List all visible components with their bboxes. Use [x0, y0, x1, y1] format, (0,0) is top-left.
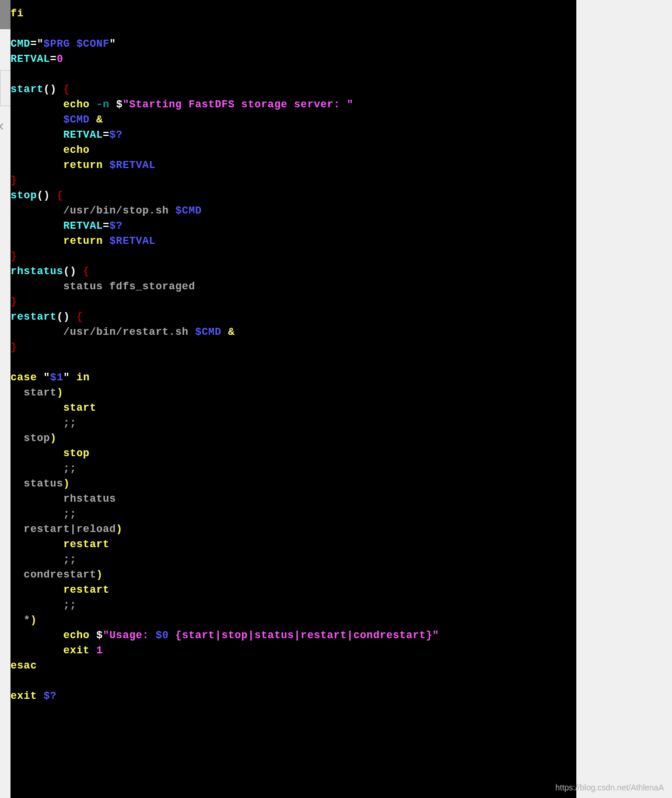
sidebar-panel: [0, 70, 12, 106]
code-line: rhstatus: [10, 491, 576, 506]
code-line: }: [10, 249, 576, 264]
code-line: echo: [10, 142, 576, 158]
code-line: [10, 66, 576, 82]
sidebar-handle[interactable]: [0, 0, 10, 29]
code-line: *): [10, 612, 576, 628]
code-line: status fdfs_storaged: [10, 279, 576, 294]
code-line: }: [10, 294, 576, 309]
code-line: restart|reload): [10, 522, 576, 537]
code-line: ;;: [10, 506, 576, 522]
code-line: restart: [10, 537, 576, 552]
code-line: start): [10, 385, 576, 400]
code-line: /usr/bin/restart.sh $CMD &: [10, 324, 576, 340]
code-line: restart() {: [10, 309, 576, 324]
code-line: fi: [10, 6, 576, 21]
code-line: return $RETVAL: [10, 233, 576, 249]
code-line: [10, 673, 576, 688]
code-line: rhstatus() {: [10, 264, 576, 279]
code-line: $CMD &: [10, 112, 576, 127]
code-line: exit $?: [10, 688, 576, 704]
code-line: start: [10, 400, 576, 415]
code-line: condrestart): [10, 567, 576, 582]
code-line: stop): [10, 430, 576, 446]
back-arrow-icon[interactable]: ‹: [0, 117, 4, 135]
code-line: echo $"Usage: $0 {start|stop|status|rest…: [10, 628, 576, 643]
code-line: [10, 21, 576, 36]
code-line: CMD="$PRG $CONF": [10, 36, 576, 51]
code-line: return $RETVAL: [10, 158, 576, 173]
code-line: echo -n $"Starting FastDFS storage serve…: [10, 97, 576, 112]
code-line: RETVAL=$?: [10, 127, 576, 142]
code-line: status): [10, 476, 576, 491]
code-line: ;;: [10, 461, 576, 476]
code-line: restart: [10, 582, 576, 597]
watermark-text: https://blog.csdn.net/AthlenaA: [555, 783, 664, 792]
code-line: ;;: [10, 597, 576, 612]
code-line: RETVAL=$?: [10, 218, 576, 233]
code-line: case "$1" in: [10, 370, 576, 385]
code-line: exit 1: [10, 643, 576, 658]
code-line: stop() {: [10, 188, 576, 203]
code-line: start() {: [10, 82, 576, 97]
code-line: RETVAL=0: [10, 51, 576, 66]
code-line: ;;: [10, 552, 576, 567]
code-line: }: [10, 173, 576, 188]
code-line: /usr/bin/stop.sh $CMD: [10, 203, 576, 218]
code-line: [10, 355, 576, 370]
code-line: ;;: [10, 415, 576, 430]
code-line: }: [10, 340, 576, 355]
code-line: stop: [10, 446, 576, 461]
terminal-window[interactable]: fi CMD="$PRG $CONF" RETVAL=0 start() { e…: [10, 0, 576, 798]
code-line: esac: [10, 658, 576, 673]
